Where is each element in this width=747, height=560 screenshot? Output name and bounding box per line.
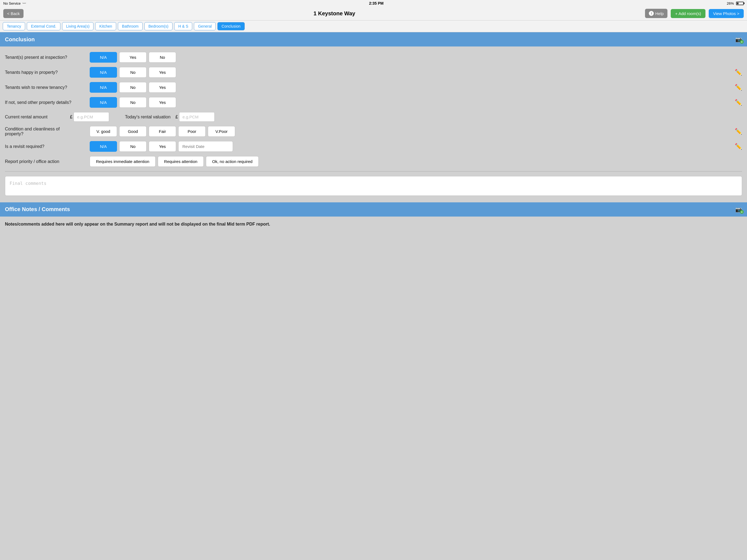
condition-fair[interactable]: Fair — [149, 126, 176, 137]
tab-general[interactable]: General — [194, 22, 216, 30]
other-property-na[interactable]: N/A — [90, 97, 117, 108]
final-comments-input[interactable] — [5, 176, 742, 196]
main-content: Tenant(s) present at inspection? N/A Yes… — [0, 47, 747, 202]
priority-buttons: Requires immediate attention Requires at… — [90, 156, 259, 167]
revisit-na[interactable]: N/A — [90, 141, 117, 152]
battery-percent: 26% — [727, 1, 734, 5]
priority-row: Report priority / office action Requires… — [5, 156, 742, 167]
priority-immediate[interactable]: Requires immediate attention — [90, 156, 156, 167]
tenants-happy-edit-icon[interactable]: ✏️ — [732, 69, 742, 76]
tenants-present-no[interactable]: No — [149, 52, 176, 62]
today-rental-input[interactable] — [179, 112, 215, 122]
camera-icon-wrap[interactable]: 📷 + — [735, 36, 742, 43]
condition-edit-icon[interactable]: ✏️ — [732, 128, 742, 135]
tenants-present-buttons: N/A Yes No — [90, 52, 176, 62]
priority-label: Report priority / office action — [5, 159, 87, 164]
today-currency-symbol: £ — [176, 114, 178, 120]
renew-tenancy-na[interactable]: N/A — [90, 82, 117, 93]
tenants-present-row: Tenant(s) present at inspection? N/A Yes… — [5, 52, 742, 62]
revisit-edit-icon[interactable]: ✏️ — [732, 143, 742, 150]
current-rental-label: Current rental amount — [5, 114, 65, 120]
tenants-happy-row: Tenants happy in property? N/A No Yes ✏️ — [5, 67, 742, 78]
renew-tenancy-yes[interactable]: Yes — [149, 82, 176, 93]
office-notes-add-badge: + — [740, 210, 744, 214]
tab-external-cond-[interactable]: External Cond. — [27, 22, 60, 30]
tenants-present-na[interactable]: N/A — [90, 52, 117, 62]
info-icon: i — [649, 11, 654, 16]
status-left: No Service 〰 — [3, 1, 26, 5]
condition-vpoor[interactable]: V.Poor — [208, 126, 235, 137]
revisit-label: Is a revisit required? — [5, 144, 87, 149]
top-nav: < Back 1 Keystone Way i Help + Add room(… — [0, 6, 747, 21]
tenants-happy-na[interactable]: N/A — [90, 67, 117, 78]
renew-tenancy-row: Tenants wish to renew tenancy? N/A No Ye… — [5, 82, 742, 93]
tab-living-area-s-[interactable]: Living Area(s) — [62, 22, 94, 30]
revisit-no[interactable]: No — [119, 141, 147, 152]
help-button[interactable]: i Help — [645, 9, 667, 18]
tenants-happy-yes[interactable]: Yes — [149, 67, 176, 78]
tenants-present-label: Tenant(s) present at inspection? — [5, 55, 87, 60]
conclusion-section-header: Conclusion 📷 + — [0, 32, 747, 47]
tab-tenancy[interactable]: Tenancy — [3, 22, 25, 30]
other-property-row: If not, send other property details? N/A… — [5, 97, 742, 108]
status-time: 2:35 PM — [369, 1, 384, 5]
priority-no-action[interactable]: Ok, no action required — [206, 156, 259, 167]
renew-tenancy-label: Tenants wish to renew tenancy? — [5, 85, 87, 90]
other-property-buttons: N/A No Yes — [90, 97, 176, 108]
tab-h-&-s[interactable]: H & S — [174, 22, 192, 30]
revisit-row: Is a revisit required? N/A No Yes ✏️ — [5, 141, 742, 152]
tab-bathroom[interactable]: Bathroom — [118, 22, 143, 30]
renew-tenancy-edit-icon[interactable]: ✏️ — [732, 84, 742, 91]
today-rental-label: Today's rental valuation — [125, 114, 171, 120]
tab-bar: TenancyExternal Cond.Living Area(s)Kitch… — [0, 21, 747, 32]
other-property-edit-icon[interactable]: ✏️ — [732, 99, 742, 106]
no-service-text: No Service — [3, 1, 21, 5]
revisit-date-input[interactable] — [178, 141, 233, 152]
add-badge: + — [740, 40, 744, 44]
current-currency-symbol: £ — [70, 114, 73, 120]
condition-vgood[interactable]: V. good — [90, 126, 117, 137]
status-bar: No Service 〰 2:35 PM 26% — [0, 0, 747, 6]
office-notes-title: Office Notes / Comments — [5, 206, 70, 212]
revisit-yes[interactable]: Yes — [149, 141, 176, 152]
condition-row: Condition and cleanliness ofproperty? V.… — [5, 126, 742, 137]
back-button[interactable]: < Back — [3, 9, 24, 18]
battery-icon — [736, 2, 744, 5]
condition-good[interactable]: Good — [119, 126, 147, 137]
tenants-happy-buttons: N/A No Yes — [90, 67, 176, 78]
current-rental-group: £ — [70, 112, 109, 122]
tenants-happy-no[interactable]: No — [119, 67, 147, 78]
tab-conclusion[interactable]: Conclusion — [217, 22, 244, 30]
office-notes-text: Notes/comments added here will only appe… — [0, 217, 747, 232]
tab-bedroom-s-[interactable]: Bedroom(s) — [145, 22, 173, 30]
page-title: 1 Keystone Way — [27, 10, 642, 17]
status-right: 26% — [727, 1, 744, 5]
revisit-buttons: N/A No Yes — [90, 141, 233, 152]
office-notes-section-header: Office Notes / Comments 📷 + — [0, 202, 747, 217]
condition-buttons: V. good Good Fair Poor V.Poor — [90, 126, 235, 137]
today-rental-group: £ — [176, 112, 215, 122]
renew-tenancy-no[interactable]: No — [119, 82, 147, 93]
rental-row: Current rental amount £ Today's rental v… — [5, 112, 742, 122]
renew-tenancy-buttons: N/A No Yes — [90, 82, 176, 93]
other-property-yes[interactable]: Yes — [149, 97, 176, 108]
office-notes-camera-icon-wrap[interactable]: 📷 + — [735, 206, 742, 213]
add-room-button[interactable]: + Add room(s) — [671, 9, 705, 18]
priority-attention[interactable]: Requires attention — [158, 156, 204, 167]
condition-label: Condition and cleanliness ofproperty? — [5, 127, 87, 136]
other-property-label: If not, send other property details? — [5, 100, 87, 105]
current-rental-input[interactable] — [74, 112, 109, 122]
view-photos-button[interactable]: View Photos > — [709, 9, 744, 18]
tenants-present-yes[interactable]: Yes — [119, 52, 147, 62]
other-property-no[interactable]: No — [119, 97, 147, 108]
condition-poor[interactable]: Poor — [178, 126, 206, 137]
office-notes-body: Notes/comments added here will only appe… — [0, 217, 747, 232]
wifi-icon: 〰 — [22, 1, 26, 5]
tab-kitchen[interactable]: Kitchen — [95, 22, 116, 30]
divider — [5, 171, 742, 172]
conclusion-section-title: Conclusion — [5, 36, 35, 43]
tenants-happy-label: Tenants happy in property? — [5, 70, 87, 75]
